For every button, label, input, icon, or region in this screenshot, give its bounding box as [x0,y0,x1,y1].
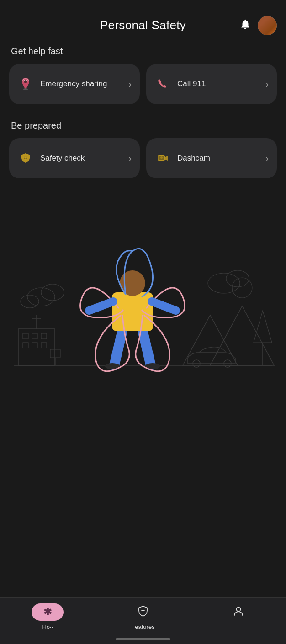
svg-point-30 [224,360,231,367]
features-nav-bg [127,603,159,621]
avatar[interactable] [258,16,277,35]
emergency-sharing-label: Emergency sharing [40,79,122,89]
svg-rect-11 [41,333,47,339]
call-chevron: › [265,79,269,89]
nav-item-profile[interactable] [220,603,257,623]
nav-item-features[interactable]: Features [125,603,161,630]
svg-rect-17 [50,349,60,358]
svg-point-20 [41,284,64,301]
svg-rect-10 [32,333,37,339]
app-header: Personal Safety [0,0,286,42]
svg-point-28 [232,278,252,298]
svg-point-29 [193,360,200,367]
svg-point-21 [21,295,39,308]
svg-rect-8 [18,329,55,365]
dashcam-label: Dashcam [177,153,259,163]
call-911-label: Call 911 [177,79,259,89]
page-title: Personal Safety [100,18,186,32]
profile-icon [233,605,244,619]
svg-marker-23 [210,306,274,365]
home-indicator [116,638,170,640]
home-nav-bg: ✱ [32,603,64,621]
features-icon [137,605,149,619]
svg-rect-9 [23,333,28,339]
header-icons [239,16,277,35]
dashcam-chevron: › [265,153,269,164]
section-label-prepared: Be prepared [0,116,286,138]
safety-check-card[interactable]: Safety check › [9,138,140,178]
emergency-icon [17,76,34,92]
svg-rect-13 [32,343,37,348]
svg-rect-12 [23,343,28,348]
svg-marker-22 [183,315,238,365]
svg-rect-14 [41,343,47,348]
svg-point-3 [25,157,26,159]
dashcam-card[interactable]: Dashcam › [146,138,277,178]
svg-point-1 [24,80,27,83]
safety-check-label: Safety check [40,153,122,163]
section-label-help: Get help fast [0,42,286,64]
features-nav-label: Features [131,623,154,630]
emergency-sharing-card[interactable]: Emergency sharing › [9,64,140,104]
nav-item-home[interactable]: ✱ Ho●● [29,603,66,630]
safety-chevron: › [128,153,132,164]
profile-nav-bg [222,603,254,621]
illustration [0,192,286,384]
bell-icon[interactable] [239,18,251,33]
safety-icon [17,150,34,166]
home-icon: ✱ [43,606,52,618]
prepared-cards-row: Safety check › Dashcam › [0,138,286,178]
help-cards-row: Emergency sharing › Call 911 › [0,64,286,104]
dashcam-icon [154,150,171,166]
svg-point-26 [208,273,240,293]
home-nav-label: Ho●● [42,623,53,630]
call-icon [154,76,171,92]
svg-marker-24 [254,311,272,343]
emergency-chevron: › [128,79,132,89]
svg-rect-6 [160,156,163,159]
svg-rect-33 [112,292,153,331]
bottom-nav: ✱ Ho●● Features [0,597,286,644]
svg-point-35 [236,608,240,612]
call-911-card[interactable]: Call 911 › [146,64,277,104]
